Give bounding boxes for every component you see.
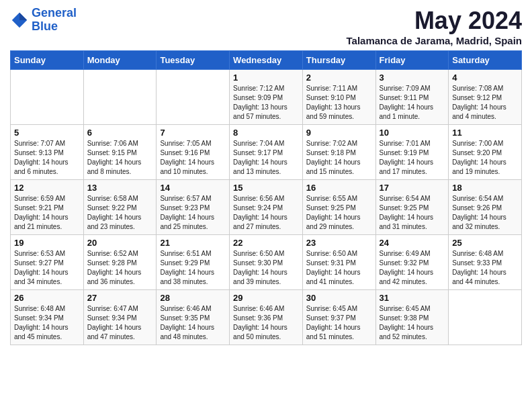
day-number: 21 <box>160 238 226 248</box>
calendar-cell: 7Sunrise: 7:05 AM Sunset: 9:16 PM Daylig… <box>157 125 230 180</box>
day-info: Sunrise: 7:06 AM Sunset: 9:15 PM Dayligh… <box>87 139 153 177</box>
day-number: 17 <box>380 183 445 193</box>
month-title: May 2024 <box>347 7 523 35</box>
day-number: 11 <box>452 128 518 138</box>
calendar-cell <box>157 70 230 125</box>
day-number: 2 <box>306 73 372 83</box>
calendar-cell: 11Sunrise: 7:00 AM Sunset: 9:20 PM Dayli… <box>449 125 522 180</box>
calendar-week-row: 19Sunrise: 6:53 AM Sunset: 9:27 PM Dayli… <box>11 235 522 290</box>
day-info: Sunrise: 6:46 AM Sunset: 9:36 PM Dayligh… <box>233 304 299 342</box>
logo-line2: Blue <box>32 19 58 33</box>
day-info: Sunrise: 6:56 AM Sunset: 9:24 PM Dayligh… <box>233 194 299 232</box>
day-info: Sunrise: 7:01 AM Sunset: 9:19 PM Dayligh… <box>380 139 445 177</box>
day-number: 1 <box>233 73 299 83</box>
day-info: Sunrise: 6:50 AM Sunset: 9:30 PM Dayligh… <box>233 249 299 287</box>
logo-text: General Blue <box>32 7 77 34</box>
calendar-cell: 24Sunrise: 6:49 AM Sunset: 9:32 PM Dayli… <box>375 235 449 290</box>
calendar-cell: 9Sunrise: 7:02 AM Sunset: 9:18 PM Daylig… <box>302 125 375 180</box>
calendar-table: SundayMondayTuesdayWednesdayThursdayFrid… <box>10 50 522 345</box>
day-number: 8 <box>233 128 299 138</box>
calendar-cell: 27Sunrise: 6:47 AM Sunset: 9:34 PM Dayli… <box>83 290 157 345</box>
day-info: Sunrise: 7:07 AM Sunset: 9:13 PM Dayligh… <box>14 139 80 177</box>
weekday-header: Tuesday <box>157 51 230 70</box>
calendar-cell: 22Sunrise: 6:50 AM Sunset: 9:30 PM Dayli… <box>230 235 303 290</box>
calendar-cell: 17Sunrise: 6:54 AM Sunset: 9:25 PM Dayli… <box>375 180 449 235</box>
calendar-cell: 2Sunrise: 7:11 AM Sunset: 9:10 PM Daylig… <box>302 70 375 125</box>
day-number: 30 <box>306 293 372 303</box>
calendar-cell: 16Sunrise: 6:55 AM Sunset: 9:25 PM Dayli… <box>302 180 375 235</box>
calendar-cell: 1Sunrise: 7:12 AM Sunset: 9:09 PM Daylig… <box>230 70 303 125</box>
calendar-week-row: 5Sunrise: 7:07 AM Sunset: 9:13 PM Daylig… <box>11 125 522 180</box>
day-number: 9 <box>306 128 372 138</box>
day-info: Sunrise: 6:45 AM Sunset: 9:37 PM Dayligh… <box>306 304 372 342</box>
day-info: Sunrise: 6:57 AM Sunset: 9:23 PM Dayligh… <box>160 194 226 232</box>
calendar-cell: 19Sunrise: 6:53 AM Sunset: 9:27 PM Dayli… <box>11 235 84 290</box>
calendar-cell: 21Sunrise: 6:51 AM Sunset: 9:29 PM Dayli… <box>157 235 230 290</box>
day-number: 31 <box>380 293 445 303</box>
calendar-cell: 14Sunrise: 6:57 AM Sunset: 9:23 PM Dayli… <box>157 180 230 235</box>
day-number: 15 <box>233 183 299 193</box>
calendar-cell: 30Sunrise: 6:45 AM Sunset: 9:37 PM Dayli… <box>302 290 375 345</box>
calendar-week-row: 26Sunrise: 6:48 AM Sunset: 9:34 PM Dayli… <box>11 290 522 345</box>
day-info: Sunrise: 6:54 AM Sunset: 9:25 PM Dayligh… <box>380 194 445 232</box>
day-info: Sunrise: 6:55 AM Sunset: 9:25 PM Dayligh… <box>306 194 372 232</box>
day-info: Sunrise: 7:02 AM Sunset: 9:18 PM Dayligh… <box>306 139 372 177</box>
page-header: General Blue May 2024 Talamanca de Jaram… <box>10 7 522 46</box>
calendar-cell: 26Sunrise: 6:48 AM Sunset: 9:34 PM Dayli… <box>11 290 84 345</box>
weekday-header: Wednesday <box>230 51 303 70</box>
calendar-cell: 8Sunrise: 7:04 AM Sunset: 9:17 PM Daylig… <box>230 125 303 180</box>
location-title: Talamanca de Jarama, Madrid, Spain <box>347 35 523 46</box>
day-info: Sunrise: 6:53 AM Sunset: 9:27 PM Dayligh… <box>14 249 80 287</box>
calendar-cell: 20Sunrise: 6:52 AM Sunset: 9:28 PM Dayli… <box>83 235 157 290</box>
weekday-header: Saturday <box>449 51 522 70</box>
weekday-header: Monday <box>83 51 157 70</box>
calendar-week-row: 12Sunrise: 6:59 AM Sunset: 9:21 PM Dayli… <box>11 180 522 235</box>
logo-line1: General <box>32 6 77 19</box>
day-number: 19 <box>14 238 80 248</box>
day-info: Sunrise: 7:00 AM Sunset: 9:20 PM Dayligh… <box>452 139 518 177</box>
day-info: Sunrise: 6:58 AM Sunset: 9:22 PM Dayligh… <box>87 194 153 232</box>
day-number: 12 <box>14 183 80 193</box>
calendar-cell: 13Sunrise: 6:58 AM Sunset: 9:22 PM Dayli… <box>83 180 157 235</box>
calendar-cell <box>83 70 157 125</box>
calendar-cell: 28Sunrise: 6:46 AM Sunset: 9:35 PM Dayli… <box>157 290 230 345</box>
day-info: Sunrise: 6:46 AM Sunset: 9:35 PM Dayligh… <box>160 304 226 342</box>
calendar-week-row: 1Sunrise: 7:12 AM Sunset: 9:09 PM Daylig… <box>11 70 522 125</box>
day-info: Sunrise: 6:52 AM Sunset: 9:28 PM Dayligh… <box>87 249 153 287</box>
svg-marker-1 <box>19 13 27 20</box>
day-number: 23 <box>306 238 372 248</box>
day-number: 29 <box>233 293 299 303</box>
day-info: Sunrise: 6:48 AM Sunset: 9:34 PM Dayligh… <box>14 304 80 342</box>
day-info: Sunrise: 6:51 AM Sunset: 9:29 PM Dayligh… <box>160 249 226 287</box>
weekday-header: Friday <box>375 51 449 70</box>
day-info: Sunrise: 6:50 AM Sunset: 9:31 PM Dayligh… <box>306 249 372 287</box>
day-info: Sunrise: 6:48 AM Sunset: 9:33 PM Dayligh… <box>452 249 518 287</box>
day-number: 6 <box>87 128 153 138</box>
calendar-cell: 12Sunrise: 6:59 AM Sunset: 9:21 PM Dayli… <box>11 180 84 235</box>
calendar-cell: 5Sunrise: 7:07 AM Sunset: 9:13 PM Daylig… <box>11 125 84 180</box>
day-number: 10 <box>380 128 445 138</box>
day-info: Sunrise: 7:11 AM Sunset: 9:10 PM Dayligh… <box>306 84 372 122</box>
day-number: 26 <box>14 293 80 303</box>
logo: General Blue <box>10 7 77 34</box>
day-info: Sunrise: 7:08 AM Sunset: 9:12 PM Dayligh… <box>452 84 518 122</box>
day-number: 28 <box>160 293 226 303</box>
logo-icon <box>10 11 29 30</box>
weekday-header: Sunday <box>11 51 84 70</box>
day-number: 4 <box>452 73 518 83</box>
day-number: 16 <box>306 183 372 193</box>
day-number: 3 <box>380 73 445 83</box>
day-info: Sunrise: 6:47 AM Sunset: 9:34 PM Dayligh… <box>87 304 153 342</box>
weekday-header: Thursday <box>302 51 375 70</box>
calendar-cell: 18Sunrise: 6:54 AM Sunset: 9:26 PM Dayli… <box>449 180 522 235</box>
day-number: 25 <box>452 238 518 248</box>
day-number: 7 <box>160 128 226 138</box>
day-info: Sunrise: 7:12 AM Sunset: 9:09 PM Dayligh… <box>233 84 299 122</box>
day-number: 24 <box>380 238 445 248</box>
day-number: 5 <box>14 128 80 138</box>
title-block: May 2024 Talamanca de Jarama, Madrid, Sp… <box>347 7 523 46</box>
day-number: 22 <box>233 238 299 248</box>
calendar-cell: 29Sunrise: 6:46 AM Sunset: 9:36 PM Dayli… <box>230 290 303 345</box>
day-info: Sunrise: 6:59 AM Sunset: 9:21 PM Dayligh… <box>14 194 80 232</box>
day-number: 20 <box>87 238 153 248</box>
